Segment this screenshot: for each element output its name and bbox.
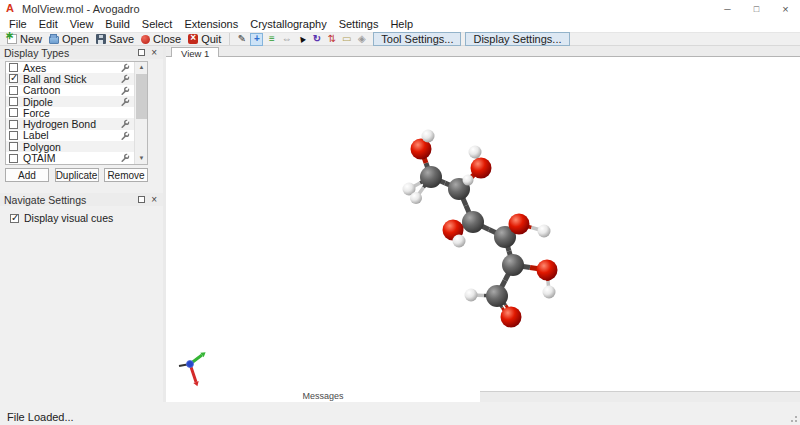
atom-o xyxy=(537,260,558,281)
toolbar-button-label: Quit xyxy=(201,33,221,45)
remove-display-type-button[interactable]: Remove xyxy=(104,168,148,182)
wrench-settings-icon[interactable] xyxy=(120,97,130,107)
close-window-button[interactable]: × xyxy=(771,0,800,17)
messages-dock-title[interactable]: Messages xyxy=(166,391,480,402)
toolbar-button-label: Close xyxy=(153,33,181,45)
atom-c xyxy=(486,285,508,307)
atom-h xyxy=(463,175,474,186)
wrench-settings-icon[interactable] xyxy=(120,86,130,96)
wrench-settings-icon[interactable] xyxy=(120,131,130,141)
menu-help[interactable]: Help xyxy=(384,17,419,32)
checkbox-dipole[interactable] xyxy=(9,97,18,106)
wrench-settings-icon[interactable] xyxy=(120,153,130,163)
atom-h xyxy=(538,225,551,238)
align-tool[interactable]: ◈ xyxy=(355,33,368,46)
minimize-button[interactable]: ─ xyxy=(713,0,742,17)
display-type-row-qtaim[interactable]: QTAIM xyxy=(6,152,147,163)
menu-crystallography[interactable]: Crystallography xyxy=(244,17,332,32)
menu-bar: FileEditViewBuildSelectExtensionsCrystal… xyxy=(0,17,800,32)
status-bar: File Loaded... xyxy=(0,402,800,425)
navigate-tool-icon: + xyxy=(254,34,260,44)
toolbar-open-button[interactable]: Open xyxy=(46,33,92,46)
float-panel-icon[interactable] xyxy=(138,196,145,203)
checkbox-hydrogen-bond[interactable] xyxy=(9,120,18,129)
atom-h xyxy=(465,289,478,302)
display-visual-cues-row: ✓ Display visual cues xyxy=(10,212,113,224)
display-type-row-force[interactable]: Force xyxy=(6,107,147,118)
auto-rotate-tool[interactable]: ↻ xyxy=(310,33,323,46)
resize-grip[interactable] xyxy=(791,416,797,422)
display-types-list: Axes✓Ball and StickCartoonDipoleForceHyd… xyxy=(5,61,148,165)
display-settings-button[interactable]: Display Settings... xyxy=(465,32,569,46)
checkmark-icon: ✓ xyxy=(11,212,19,223)
checkbox-qtaim[interactable] xyxy=(9,154,18,163)
scroll-up-icon[interactable]: ▲ xyxy=(135,62,148,73)
display-type-row-dipole[interactable]: Dipole xyxy=(6,96,147,107)
atom-h xyxy=(543,286,556,299)
toolbar-save-button[interactable]: Save xyxy=(93,33,137,46)
display-types-panel-title: Display Types xyxy=(4,47,138,59)
align-tool-icon: ◈ xyxy=(358,34,366,44)
display-type-row-hydrogen-bond[interactable]: Hydrogen Bond xyxy=(6,118,147,129)
close-panel-icon[interactable]: × xyxy=(151,49,157,56)
atom-c xyxy=(462,211,484,233)
menu-build[interactable]: Build xyxy=(99,17,135,32)
checkbox-cartoon[interactable] xyxy=(9,86,18,95)
app-window: A MolView.mol - Avogadro ─ □ × FileEditV… xyxy=(0,0,800,425)
menu-select[interactable]: Select xyxy=(136,17,179,32)
maximize-button[interactable]: □ xyxy=(742,0,771,17)
display-type-label: QTAIM xyxy=(23,152,55,164)
toolbar-new-button[interactable]: New xyxy=(4,33,45,46)
float-panel-icon[interactable] xyxy=(138,49,145,56)
checkmark-icon: ✓ xyxy=(10,72,18,83)
menu-settings[interactable]: Settings xyxy=(333,17,385,32)
toolbar-button-label: New xyxy=(20,33,42,45)
checkbox-force[interactable] xyxy=(9,108,18,117)
checkbox-polygon[interactable] xyxy=(9,142,18,151)
checkbox-axes[interactable] xyxy=(9,63,18,72)
wrench-settings-icon[interactable] xyxy=(120,63,130,73)
messages-dock-filler xyxy=(480,391,800,402)
display-types-panel-header: Display Types × xyxy=(0,46,163,59)
bond-centric-tool[interactable]: ≡ xyxy=(265,33,278,46)
close-panel-icon[interactable]: × xyxy=(151,196,157,203)
wrench-settings-icon[interactable] xyxy=(120,74,130,84)
display-type-label: Label xyxy=(23,129,49,141)
manipulate-tool[interactable]: ⇔ xyxy=(280,33,293,46)
display-type-label: Force xyxy=(23,107,50,119)
toolbar-button-label: Open xyxy=(62,33,89,45)
status-message: File Loaded... xyxy=(7,411,74,423)
molecule-viewport[interactable] xyxy=(166,57,800,391)
display-type-row-label[interactable]: Label xyxy=(6,130,147,141)
display-types-scrollbar[interactable]: ▲ ▼ xyxy=(134,62,147,164)
menu-view[interactable]: View xyxy=(64,17,100,32)
checkbox-label[interactable] xyxy=(9,131,18,140)
wrench-settings-icon[interactable] xyxy=(120,119,130,129)
atom-h xyxy=(453,235,466,248)
display-type-row-polygon[interactable]: Polygon xyxy=(6,141,147,152)
display-type-row-cartoon[interactable]: Cartoon xyxy=(6,85,147,96)
menu-extensions[interactable]: Extensions xyxy=(178,17,244,32)
display-type-row-ball-and-stick[interactable]: ✓Ball and Stick xyxy=(6,73,147,84)
navigate-tool[interactable]: + xyxy=(250,33,263,46)
draw-tool[interactable]: ✎ xyxy=(235,33,248,46)
avogadro-logo-icon: A xyxy=(6,3,17,14)
toolbar-quit-button[interactable]: Quit xyxy=(185,33,224,46)
duplicate-display-type-button[interactable]: Duplicate xyxy=(55,168,99,182)
tool-settings-button[interactable]: Tool Settings... xyxy=(373,32,461,46)
view-tab-bar: View 1 xyxy=(166,46,800,57)
scrollbar-thumb[interactable] xyxy=(136,74,147,119)
navigate-settings-panel-title: Navigate Settings xyxy=(4,194,138,206)
menu-edit[interactable]: Edit xyxy=(33,17,64,32)
auto-rotate-tool-icon: ↻ xyxy=(313,34,321,44)
scroll-down-icon[interactable]: ▼ xyxy=(135,153,148,164)
close-document-icon xyxy=(141,35,150,44)
add-display-type-button[interactable]: Add xyxy=(5,168,49,182)
toolbar-close-button[interactable]: Close xyxy=(138,33,184,46)
auto-optimize-tool[interactable]: ⇅ xyxy=(325,33,338,46)
selection-tool[interactable]: ▲ xyxy=(295,33,308,46)
display-visual-cues-checkbox[interactable]: ✓ xyxy=(10,214,19,223)
checkbox-ball-and-stick[interactable]: ✓ xyxy=(9,74,18,83)
measure-tool[interactable]: ▭ xyxy=(340,33,353,46)
display-type-row-axes[interactable]: Axes xyxy=(6,62,147,73)
